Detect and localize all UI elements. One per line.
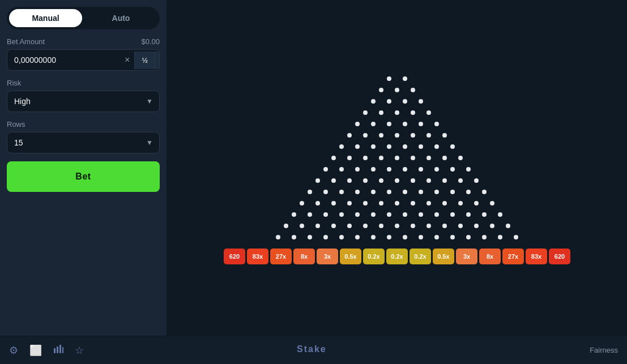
- peg: [331, 156, 336, 160]
- peg: [403, 76, 407, 81]
- peg: [371, 235, 376, 239]
- peg: [395, 224, 399, 228]
- peg: [387, 235, 391, 239]
- peg: [450, 212, 455, 217]
- svg-rect-0: [54, 348, 56, 353]
- plinko-board-panel: 62083x27x8x3x0.5x0.2x0.2x0.2x0.5x3x8x27x…: [167, 0, 627, 336]
- peg: [506, 224, 510, 228]
- peg-row: [302, 186, 492, 198]
- multiplier-bucket: 0.5x: [340, 249, 361, 264]
- bet-amount-label: Bet Amount: [7, 37, 45, 46]
- peg: [387, 122, 391, 126]
- peg: [419, 144, 423, 149]
- peg: [339, 212, 344, 217]
- peg: [339, 190, 344, 194]
- bet-amount-input[interactable]: [7, 50, 120, 70]
- peg: [419, 190, 423, 194]
- peg: [323, 190, 328, 194]
- peg: [315, 224, 320, 228]
- peg: [379, 133, 383, 138]
- bet-half-button[interactable]: ½: [134, 52, 155, 69]
- peg: [387, 76, 391, 81]
- peg: [323, 167, 328, 172]
- multiplier-bucket: 3x: [456, 249, 477, 264]
- bet-button[interactable]: Bet: [7, 161, 160, 192]
- peg: [331, 224, 336, 228]
- settings-icon[interactable]: ⚙: [9, 344, 18, 357]
- peg: [411, 88, 415, 92]
- bet-clear-button[interactable]: ×: [120, 51, 134, 69]
- peg-row: [278, 220, 516, 232]
- manual-mode-button[interactable]: Manual: [9, 9, 82, 27]
- stats-icon[interactable]: [53, 344, 63, 357]
- bottom-bar: ⚙ ⬜ ☆ Stake Fairness: [0, 336, 627, 364]
- peg: [363, 224, 368, 228]
- peg: [355, 235, 360, 239]
- rows-select[interactable]: 8910 111213 141516: [7, 132, 160, 153]
- peg: [442, 201, 447, 205]
- peg: [498, 212, 502, 217]
- peg: [490, 201, 494, 205]
- svg-text:Stake: Stake: [297, 344, 327, 354]
- multiplier-bucket: 27x: [270, 249, 292, 264]
- peg: [355, 190, 360, 194]
- peg: [308, 235, 312, 239]
- risk-label-row: Risk: [7, 79, 160, 87]
- multiplier-bucket: 3x: [317, 249, 338, 264]
- peg: [450, 190, 455, 194]
- peg: [458, 156, 463, 160]
- peg: [308, 212, 312, 217]
- risk-label: Risk: [7, 79, 21, 87]
- peg: [474, 224, 479, 228]
- peg: [450, 144, 455, 149]
- multiplier-bucket: 0.2x: [386, 249, 408, 264]
- risk-select[interactable]: High Medium Low: [7, 91, 160, 112]
- peg-row: [310, 175, 484, 186]
- peg-row: [349, 118, 445, 130]
- peg: [411, 224, 415, 228]
- peg: [355, 167, 360, 172]
- peg: [442, 156, 447, 160]
- multiplier-bucket: 27x: [502, 249, 524, 264]
- peg-row: [318, 164, 476, 175]
- peg: [434, 144, 439, 149]
- peg: [442, 178, 447, 183]
- risk-group: Risk High Medium Low ▼: [7, 79, 160, 112]
- peg: [355, 122, 360, 126]
- svg-rect-1: [57, 346, 58, 353]
- rows-label-row: Rows: [7, 120, 160, 129]
- peg: [434, 235, 439, 239]
- peg: [490, 224, 494, 228]
- peg: [434, 190, 439, 194]
- peg: [403, 167, 407, 172]
- peg: [458, 178, 463, 183]
- peg: [347, 156, 352, 160]
- peg: [387, 167, 391, 172]
- peg: [300, 224, 304, 228]
- peg: [339, 144, 344, 149]
- peg: [395, 110, 399, 115]
- peg-row: [286, 209, 508, 220]
- peg: [411, 178, 415, 183]
- peg: [371, 122, 376, 126]
- fairness-link[interactable]: Fairness: [590, 346, 618, 354]
- star-icon[interactable]: ☆: [75, 344, 84, 357]
- display-icon[interactable]: ⬜: [29, 344, 42, 357]
- bet-double-button[interactable]: 2x: [155, 52, 160, 69]
- main-layout: Manual Auto Bet Amount $0.00 × ½ 2x Risk: [0, 0, 627, 336]
- peg: [395, 88, 399, 92]
- peg: [363, 201, 368, 205]
- peg-row: [381, 73, 413, 84]
- bet-amount-group: Bet Amount $0.00 × ½ 2x: [7, 37, 160, 71]
- svg-rect-3: [62, 347, 63, 353]
- peg: [419, 212, 423, 217]
- peg: [482, 235, 487, 239]
- peg: [474, 201, 479, 205]
- peg: [292, 212, 296, 217]
- peg: [411, 110, 415, 115]
- peg: [355, 212, 360, 217]
- rows-group: Rows 8910 111213 141516 ▼: [7, 120, 160, 153]
- multiplier-bucket: 83x: [526, 249, 547, 264]
- auto-mode-button[interactable]: Auto: [84, 9, 157, 27]
- peg: [363, 110, 368, 115]
